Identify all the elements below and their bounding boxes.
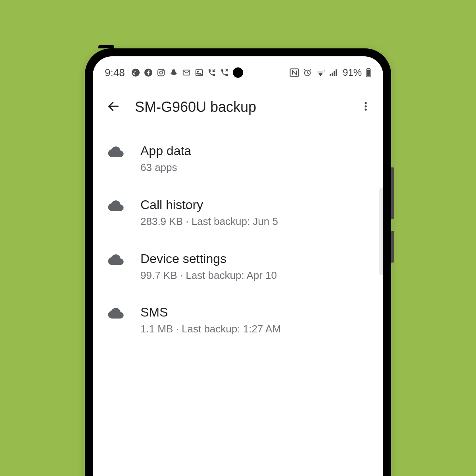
item-subtitle: 283.9 KB · Last backup: Jun 5 xyxy=(140,215,278,228)
alarm-icon xyxy=(303,68,312,77)
item-subtitle: 1.1 MB · Last backup: 1:27 AM xyxy=(140,322,281,336)
svg-point-7 xyxy=(197,71,198,72)
svg-point-0 xyxy=(132,69,140,77)
nfc-icon xyxy=(290,68,299,77)
phone-side-button xyxy=(391,231,394,263)
gallery-icon xyxy=(195,68,203,77)
cloud-icon xyxy=(107,253,126,267)
battery-icon xyxy=(366,68,371,77)
phone-frame: 9:48 + 91% xyxy=(85,48,391,476)
status-bar-left: 9:48 xyxy=(105,67,229,79)
item-title: Device settings xyxy=(140,251,277,267)
battery-percent: 91% xyxy=(343,67,362,78)
call-in-icon xyxy=(207,68,216,77)
item-title: SMS xyxy=(140,304,281,320)
cloud-icon xyxy=(107,199,126,213)
more-vertical-icon xyxy=(360,101,371,113)
tiktok-icon xyxy=(131,68,140,77)
svg-rect-12 xyxy=(332,73,333,76)
item-title: App data xyxy=(140,143,191,159)
wifi-icon: + xyxy=(316,68,325,77)
item-subtitle: 63 apps xyxy=(140,161,191,175)
svg-rect-17 xyxy=(367,70,370,77)
mail-icon xyxy=(182,68,191,77)
svg-point-18 xyxy=(365,102,367,104)
app-bar: SM-G960U backup xyxy=(93,89,383,125)
svg-point-20 xyxy=(365,108,367,110)
svg-rect-13 xyxy=(334,71,335,76)
phone-screen: 9:48 + 91% xyxy=(93,56,383,476)
status-bar-right: + 91% xyxy=(290,67,371,78)
back-button[interactable] xyxy=(103,97,124,117)
svg-rect-14 xyxy=(336,69,337,76)
scrollbar-thumb[interactable] xyxy=(379,188,383,275)
snapchat-icon xyxy=(169,68,178,77)
backup-list: App data 63 apps Call history 283.9 KB ·… xyxy=(93,125,383,347)
call-out-icon xyxy=(220,68,229,77)
facebook-icon xyxy=(144,68,153,77)
list-item-call-history[interactable]: Call history 283.9 KB · Last backup: Jun… xyxy=(93,186,383,240)
phone-side-button xyxy=(391,167,394,219)
page-title: SM-G960U backup xyxy=(135,99,355,115)
svg-point-19 xyxy=(365,105,367,107)
instagram-icon xyxy=(157,68,165,77)
status-time: 9:48 xyxy=(105,67,125,79)
list-item-sms[interactable]: SMS 1.1 MB · Last backup: 1:27 AM xyxy=(93,293,383,347)
more-options-button[interactable] xyxy=(355,97,376,117)
svg-point-3 xyxy=(159,71,162,74)
arrow-left-icon xyxy=(107,100,120,115)
list-item-device-settings[interactable]: Device settings 99.7 KB · Last backup: A… xyxy=(93,240,383,294)
phone-camera-cutout xyxy=(233,67,243,78)
item-title: Call history xyxy=(140,197,278,213)
svg-rect-11 xyxy=(330,74,331,76)
cloud-icon xyxy=(107,145,126,159)
svg-point-4 xyxy=(163,70,163,71)
svg-text:+: + xyxy=(324,69,325,73)
list-item-app-data[interactable]: App data 63 apps xyxy=(93,132,383,186)
cloud-icon xyxy=(107,307,126,320)
signal-icon xyxy=(329,68,338,77)
item-subtitle: 99.7 KB · Last backup: Apr 10 xyxy=(140,269,277,282)
